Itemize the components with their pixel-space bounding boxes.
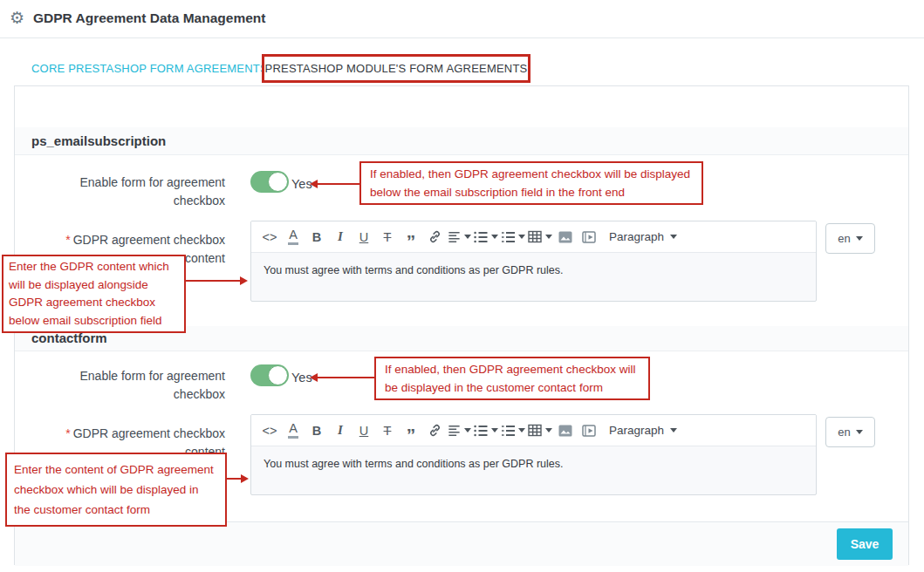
editor-toolbar: <> A B I U T ” Par — [251, 415, 816, 446]
tab-prestashop-modules-form-agreements[interactable]: PRESTASHOP MODULE'S FORM AGREEMENTS — [262, 54, 530, 83]
dropdown-caret-icon — [670, 235, 677, 239]
align-icon[interactable] — [448, 224, 471, 250]
editor-content[interactable]: You must agree with terms and conditions… — [251, 446, 816, 495]
dropdown-caret-icon — [518, 235, 525, 239]
annotation-arrow — [318, 377, 374, 378]
tab-core-prestashop-form-agreements[interactable]: CORE PRESTASHOP FORM AGREEMENTS — [31, 62, 268, 75]
enable-toggle-label: Enable form for agreement checkbox — [52, 367, 225, 403]
top-bar: ⚙ GDPR Agreement Data Management — [0, 0, 924, 38]
italic-icon[interactable]: I — [330, 418, 351, 444]
annotation-content-note: Enter the content of GDPR agreement chec… — [5, 453, 227, 527]
dropdown-caret-icon — [856, 430, 863, 434]
blockquote-icon[interactable]: ” — [400, 224, 421, 250]
editor-content[interactable]: You must agree with terms and conditions… — [251, 253, 816, 302]
dropdown-caret-icon — [464, 235, 471, 239]
annotation-arrowhead-icon — [241, 474, 249, 483]
dropdown-caret-icon — [518, 428, 525, 432]
strikethrough-icon[interactable]: T — [377, 418, 398, 444]
bold-icon[interactable]: B — [306, 418, 327, 444]
image-icon[interactable] — [555, 418, 576, 444]
source-code-icon[interactable]: <> — [259, 224, 280, 250]
dropdown-caret-icon — [856, 236, 863, 241]
table-icon[interactable] — [528, 418, 552, 444]
dropdown-caret-icon — [491, 235, 498, 239]
dropdown-caret-icon — [670, 428, 677, 432]
editor-toolbar: <> A B I U T ” Par — [251, 221, 816, 253]
required-marker: * — [65, 233, 70, 247]
align-icon[interactable] — [448, 418, 471, 444]
numbered-list-icon[interactable] — [501, 224, 525, 250]
annotation-arrow — [318, 183, 359, 185]
dropdown-caret-icon — [491, 428, 498, 432]
panel-footer: Save — [15, 521, 908, 566]
bold-icon[interactable]: B — [306, 224, 327, 250]
dropdown-caret-icon — [545, 428, 552, 432]
rich-text-editor: <> A B I U T ” Par — [250, 221, 817, 302]
toggle-knob — [268, 172, 288, 192]
annotation-arrow — [186, 280, 241, 282]
enable-toggle[interactable] — [250, 171, 289, 193]
annotation-arrowhead-icon — [240, 276, 248, 285]
annotation-content-note: Enter the GDPR content which will be dis… — [2, 255, 186, 333]
paragraph-dropdown[interactable]: Paragraph — [606, 224, 681, 250]
blockquote-icon[interactable]: ” — [400, 418, 421, 444]
image-icon[interactable] — [555, 224, 576, 250]
table-icon[interactable] — [528, 224, 552, 250]
bullet-list-icon[interactable] — [474, 224, 498, 250]
required-marker: * — [65, 426, 70, 440]
numbered-list-icon[interactable] — [501, 418, 525, 444]
italic-icon[interactable]: I — [330, 224, 351, 250]
language-selector[interactable]: en — [825, 417, 875, 447]
section-header-ps-emailsubscription: ps_emailsubscription — [15, 127, 908, 155]
text-color-icon[interactable]: A — [283, 224, 304, 250]
page-title: GDPR Agreement Data Management — [33, 10, 265, 26]
rich-text-editor: <> A B I U T ” Par — [250, 414, 817, 495]
enable-toggle[interactable] — [250, 364, 289, 386]
language-selector[interactable]: en — [825, 223, 875, 254]
annotation-arrowhead-icon — [310, 373, 318, 382]
text-color-icon[interactable]: A — [283, 418, 304, 444]
strikethrough-icon[interactable]: T — [377, 224, 398, 250]
gear-icon: ⚙ — [10, 7, 24, 31]
source-code-icon[interactable]: <> — [259, 418, 280, 444]
bullet-list-icon[interactable] — [474, 418, 498, 444]
annotation-toggle-note: If enabled, then GDPR agreement checkbox… — [374, 357, 650, 400]
save-button[interactable]: Save — [837, 528, 893, 560]
media-icon[interactable] — [578, 224, 599, 250]
enable-toggle-label: Enable form for agreement checkbox — [52, 174, 225, 209]
annotation-arrow — [227, 478, 242, 480]
annotation-arrowhead-icon — [310, 180, 318, 188]
dropdown-caret-icon — [464, 428, 471, 432]
media-icon[interactable] — [578, 418, 599, 444]
link-icon[interactable] — [424, 418, 445, 444]
underline-icon[interactable]: U — [353, 224, 374, 250]
underline-icon[interactable]: U — [353, 418, 374, 444]
toggle-knob — [268, 365, 288, 385]
annotation-toggle-note: If enabled, then GDPR agreement checkbox… — [359, 161, 703, 205]
paragraph-dropdown[interactable]: Paragraph — [606, 418, 681, 444]
dropdown-caret-icon — [545, 235, 552, 239]
tab-label: PRESTASHOP MODULE'S FORM AGREEMENTS — [265, 62, 528, 75]
link-icon[interactable] — [424, 224, 445, 250]
